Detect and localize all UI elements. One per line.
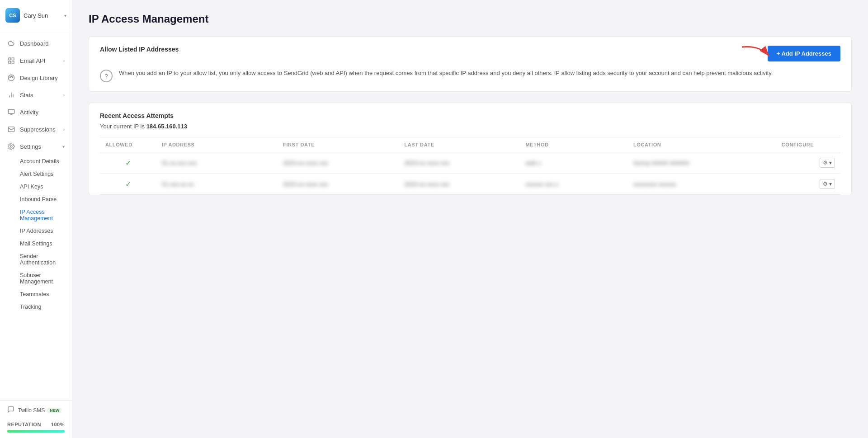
sidebar-item-label: Stats [20, 92, 63, 99]
sidebar-item-settings[interactable]: Settings ▾ [0, 138, 72, 155]
chevron-down-icon: ▾ [64, 13, 66, 18]
location-1: Sunny ##### ###### [628, 152, 776, 174]
svg-rect-14 [8, 127, 14, 132]
sidebar-item-activity[interactable]: Activity [0, 104, 72, 121]
subnav-api-keys[interactable]: API Keys [20, 180, 72, 193]
avatar: CS [5, 8, 20, 23]
svg-point-7 [11, 76, 12, 77]
allowed-check-1: ✓ [100, 152, 156, 174]
ip-address-2: 51.xxx.xx.xx [156, 174, 278, 195]
sidebar-item-stats[interactable]: Stats › [0, 86, 72, 104]
sidebar-item-email-api[interactable]: Email API › [0, 52, 72, 69]
svg-point-6 [12, 77, 13, 78]
subnav-ip-access-management[interactable]: IP Access Management [20, 206, 72, 225]
sidebar-item-label: Settings [20, 143, 62, 150]
main-content: IP Access Management Allow Listed IP Add… [72, 0, 868, 438]
allow-card-title: Allow Listed IP Addresses [100, 46, 179, 53]
subnav-subuser-management[interactable]: Subuser Management [20, 269, 72, 288]
allow-listed-ips-card: Allow Listed IP Addresses + Add IP Addre… [89, 36, 852, 92]
subnav-tracking[interactable]: Tracking [20, 301, 72, 313]
twilio-label: Twilio SMS [18, 407, 45, 414]
table-header: ALLOWED IP ADDRESS FIRST DATE LAST DATE … [100, 137, 840, 152]
allow-card-header: Allow Listed IP Addresses + Add IP Addre… [100, 46, 840, 61]
last-date-2: 2023-xx-xxxx xxx [399, 174, 520, 195]
table-row: ✓ 51.xx.xxx.xxx 2023-xx-xxxx xxx 2023-xx… [100, 152, 840, 174]
col-header-last-date: LAST DATE [399, 137, 520, 152]
user-menu[interactable]: CS Cary Sun ▾ [0, 0, 72, 31]
subnav-sender-authentication[interactable]: Sender Authentication [20, 250, 72, 269]
reputation-bar [7, 430, 65, 433]
reputation-section: REPUTATION 100% [7, 422, 65, 433]
sidebar-item-label: Email API [20, 57, 63, 64]
reputation-label: REPUTATION 100% [7, 422, 65, 427]
subnav-ip-addresses[interactable]: IP Addresses [20, 225, 72, 237]
sidebar-item-label: Suppressions [20, 126, 63, 133]
method-2: xxxxxx xxx x [520, 174, 628, 195]
subnav-account-details[interactable]: Account Details [20, 155, 72, 168]
grid-icon [7, 57, 15, 65]
col-header-allowed: ALLOWED [100, 137, 156, 152]
subnav-teammates[interactable]: Teammates [20, 288, 72, 301]
sidebar-item-suppressions[interactable]: Suppressions › [0, 121, 72, 138]
settings-subnav: Account Details Alert Settings API Keys … [0, 155, 72, 313]
table-body: ✓ 51.xx.xxx.xxx 2023-xx-xxxx xxx 2023-xx… [100, 152, 840, 195]
add-ip-addresses-button[interactable]: + Add IP Addresses [768, 46, 840, 61]
current-ip-value: 184.65.160.113 [146, 123, 187, 130]
location-2: xxxxxxxx xxxxxx [628, 174, 776, 195]
settings-icon [7, 142, 15, 151]
chevron-icon: › [63, 93, 65, 98]
col-header-first-date: FIRST DATE [278, 137, 399, 152]
svg-point-5 [9, 77, 10, 78]
chevron-icon: › [63, 58, 65, 63]
sidebar-item-label: Dashboard [20, 40, 65, 47]
col-header-configure: CONFIGURE [776, 137, 840, 152]
mail-block-icon [7, 125, 15, 133]
allowed-check-2: ✓ [100, 174, 156, 195]
subnav-mail-settings[interactable]: Mail Settings [20, 237, 72, 250]
recent-access-card: Recent Access Attempts Your current IP i… [89, 103, 852, 195]
allow-description: When you add an IP to your allow list, y… [119, 69, 773, 78]
subnav-inbound-parse[interactable]: Inbound Parse [20, 193, 72, 206]
col-header-location: LOCATION [628, 137, 776, 152]
svg-rect-0 [9, 58, 11, 60]
allow-card-body: ? When you add an IP to your allow list,… [100, 69, 840, 82]
new-badge: NEW [47, 408, 61, 413]
sidebar-item-dashboard[interactable]: Dashboard [0, 35, 72, 52]
configure-button-1[interactable]: ⚙ ▾ [820, 158, 835, 168]
access-table: ALLOWED IP ADDRESS FIRST DATE LAST DATE … [100, 137, 840, 195]
sidebar: CS Cary Sun ▾ Dashboard Email API › Desi… [0, 0, 72, 438]
svg-rect-3 [12, 61, 14, 63]
first-date-1: 2023-xx-xxxx xxx [278, 152, 399, 174]
palette-icon [7, 74, 15, 82]
subnav-alert-settings[interactable]: Alert Settings [20, 168, 72, 180]
sidebar-item-label: Activity [20, 109, 65, 116]
cloud-icon [7, 39, 15, 47]
ip-address-1: 51.xx.xxx.xxx [156, 152, 278, 174]
first-date-2: 2023-xx-xxxx xxx [278, 174, 399, 195]
twilio-sms-item[interactable]: Twilio SMS NEW [7, 406, 65, 414]
svg-point-15 [10, 146, 12, 147]
current-ip-display: Your current IP is 184.65.160.113 [100, 123, 840, 130]
reputation-bar-fill [7, 430, 65, 433]
sidebar-item-design-library[interactable]: Design Library [0, 69, 72, 86]
recent-access-title: Recent Access Attempts [100, 112, 840, 119]
col-header-method: METHOD [520, 137, 628, 152]
chart-icon [7, 91, 15, 99]
svg-rect-1 [12, 58, 14, 60]
sidebar-nav: Dashboard Email API › Design Library Sta… [0, 31, 72, 400]
col-header-ip: IP ADDRESS [156, 137, 278, 152]
chevron-icon: ▾ [62, 144, 65, 149]
svg-rect-2 [9, 61, 11, 63]
chat-icon [7, 406, 14, 414]
sidebar-item-label: Design Library [20, 75, 65, 81]
chevron-icon: › [63, 127, 65, 132]
table-row: ✓ 51.xxx.xx.xx 2023-xx-xxxx xxx 2023-xx-… [100, 174, 840, 195]
info-icon: ? [100, 70, 113, 82]
sidebar-bottom: Twilio SMS NEW REPUTATION 100% [0, 400, 72, 438]
configure-2: ⚙ ▾ [776, 174, 840, 195]
configure-1: ⚙ ▾ [776, 152, 840, 174]
monitor-icon [7, 108, 15, 116]
page-title: IP Access Management [89, 13, 852, 25]
svg-rect-11 [8, 109, 14, 113]
configure-button-2[interactable]: ⚙ ▾ [820, 179, 835, 189]
